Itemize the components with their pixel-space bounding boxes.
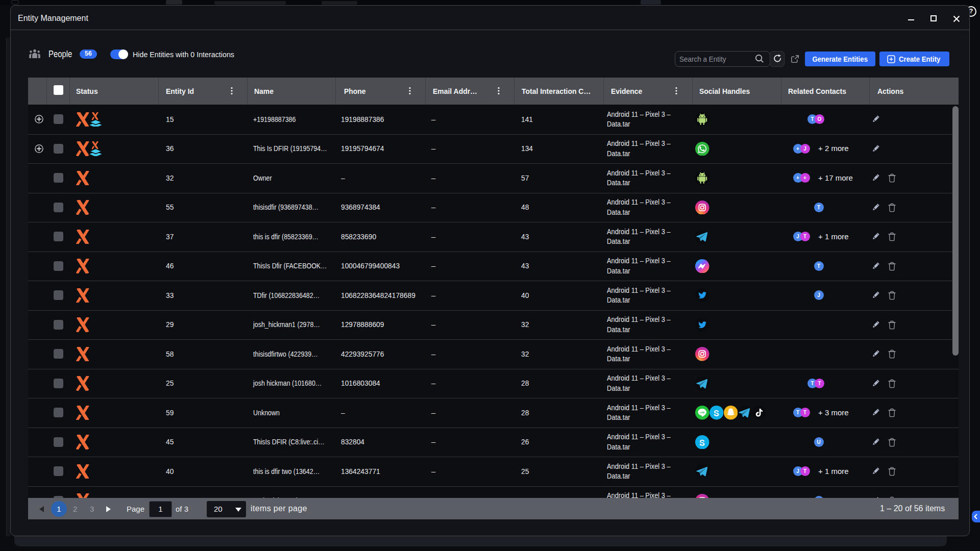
- svg-text:LINE: LINE: [700, 411, 705, 414]
